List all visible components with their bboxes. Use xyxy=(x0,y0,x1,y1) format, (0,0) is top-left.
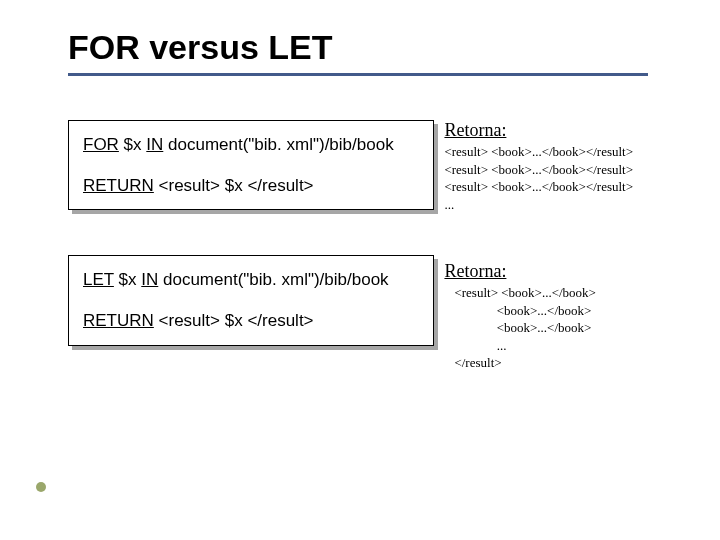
title-underline xyxy=(68,73,648,76)
keyword-let: LET xyxy=(83,270,114,289)
keyword-for: FOR xyxy=(83,135,119,154)
group-for: FOR $x IN document("bib. xml")/bib/book … xyxy=(68,120,672,213)
result-block-for: Retorna: <result> <book>...</book></resu… xyxy=(444,120,672,213)
result-code-let: <result> <book>...</book> <book>...</boo… xyxy=(454,284,672,372)
bullet-icon xyxy=(36,482,46,492)
code-line-2: RETURN <result> $x </result> xyxy=(83,172,419,199)
code-box-for: FOR $x IN document("bib. xml")/bib/book … xyxy=(68,120,434,210)
code-box-let: LET $x IN document("bib. xml")/bib/book … xyxy=(68,255,434,345)
code-text: document("bib. xml")/bib/book xyxy=(163,135,393,154)
code-line-2: RETURN <result> $x </result> xyxy=(83,307,419,334)
code-line-1: LET $x IN document("bib. xml")/bib/book xyxy=(83,266,419,293)
code-line-1: FOR $x IN document("bib. xml")/bib/book xyxy=(83,131,419,158)
result-label: Retorna: xyxy=(444,120,672,141)
keyword-return: RETURN xyxy=(83,311,154,330)
keyword-in: IN xyxy=(141,270,158,289)
keyword-in: IN xyxy=(146,135,163,154)
code-text: $x xyxy=(114,270,141,289)
code-text: <result> $x </result> xyxy=(154,311,314,330)
result-label: Retorna: xyxy=(444,261,672,282)
code-text: document("bib. xml")/bib/book xyxy=(158,270,388,289)
group-let: LET $x IN document("bib. xml")/bib/book … xyxy=(68,255,672,372)
code-text: <result> $x </result> xyxy=(154,176,314,195)
code-text: $x xyxy=(119,135,146,154)
keyword-return: RETURN xyxy=(83,176,154,195)
result-block-let: Retorna: <result> <book>...</book> <book… xyxy=(444,261,672,372)
result-code-for: <result> <book>...</book></result> <resu… xyxy=(444,143,672,213)
slide-title: FOR versus LET xyxy=(68,28,672,67)
